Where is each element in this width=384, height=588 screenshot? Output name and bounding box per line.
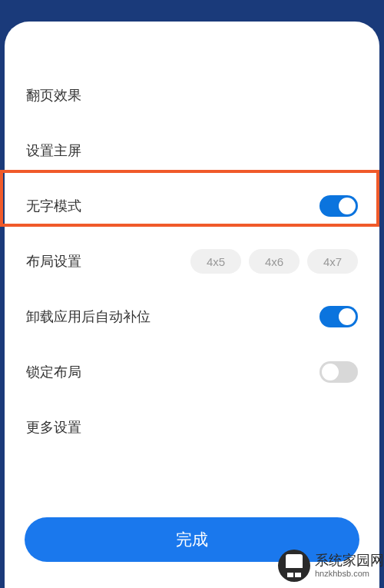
row-layout: 布局设置 4x5 4x6 4x7 (5, 234, 379, 289)
row-set-home[interactable]: 设置主屏 (5, 123, 379, 178)
layout-option-4x6[interactable]: 4x6 (249, 249, 300, 274)
toggle-textless-mode[interactable] (319, 195, 358, 217)
settings-panel: 翻页效果 设置主屏 无字模式 布局设置 4x5 4x6 4x7 卸载应用后自动补… (5, 22, 379, 588)
label-auto-fill: 卸载应用后自动补位 (26, 307, 151, 326)
watermark-sub: hnzkhbsb.com (315, 569, 384, 579)
label-layout: 布局设置 (26, 252, 81, 271)
watermark-text: 系统家园网 hnzkhbsb.com (315, 553, 384, 580)
label-more-settings: 更多设置 (26, 418, 81, 437)
label-set-home: 设置主屏 (26, 141, 81, 160)
layout-option-4x7[interactable]: 4x7 (307, 249, 358, 274)
row-more-settings[interactable]: 更多设置 (5, 400, 379, 455)
toggle-knob (339, 198, 356, 214)
watermark: 系统家园网 hnzkhbsb.com (278, 550, 384, 582)
label-page-effect: 翻页效果 (26, 86, 81, 105)
row-auto-fill: 卸载应用后自动补位 (5, 289, 379, 344)
row-page-effect[interactable]: 翻页效果 (5, 68, 379, 123)
row-textless-mode: 无字模式 (5, 178, 379, 234)
row-lock-layout: 锁定布局 (5, 344, 379, 400)
toggle-knob (339, 308, 356, 325)
toggle-auto-fill[interactable] (319, 306, 358, 327)
toggle-lock-layout[interactable] (319, 361, 358, 383)
toggle-knob (322, 364, 339, 380)
layout-options: 4x5 4x6 4x7 (190, 249, 358, 274)
watermark-logo-icon (278, 550, 310, 582)
watermark-main: 系统家园网 (315, 553, 384, 570)
label-textless-mode: 无字模式 (26, 197, 81, 215)
label-lock-layout: 锁定布局 (26, 363, 81, 381)
layout-option-4x5[interactable]: 4x5 (190, 249, 241, 274)
